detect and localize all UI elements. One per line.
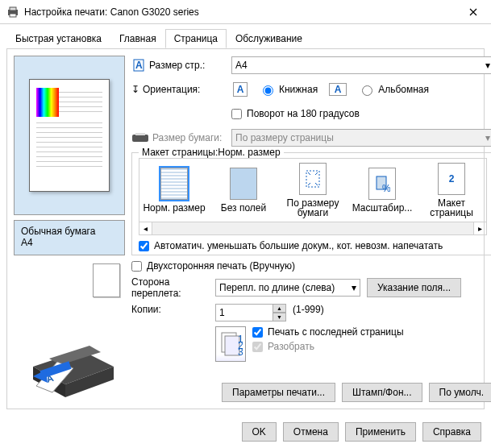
chevron-down-icon: ▾ bbox=[352, 282, 356, 293]
scroll-track[interactable] bbox=[152, 222, 473, 234]
print-options-button[interactable]: Параметры печати... bbox=[222, 383, 335, 402]
orientation-landscape-radio[interactable]: Альбомная bbox=[358, 83, 429, 96]
collate-checkbox: Разобрать bbox=[252, 341, 404, 352]
paper-size-label: A4 bbox=[21, 237, 118, 248]
svg-rect-2 bbox=[10, 14, 16, 17]
copies-spinner[interactable]: ▲▼ bbox=[215, 304, 286, 321]
svg-rect-1 bbox=[10, 7, 16, 10]
orientation-portrait-radio[interactable]: Книжная bbox=[259, 83, 318, 96]
cancel-button[interactable]: Отмена bbox=[283, 422, 339, 442]
tab-page-setup[interactable]: Страница bbox=[165, 29, 227, 48]
stamp-button[interactable]: Штамп/Фон... bbox=[342, 383, 422, 402]
apply-button[interactable]: Применить bbox=[345, 422, 416, 442]
layout-group: Макет страницы:Норм. размер Норм. размер… bbox=[131, 152, 491, 255]
binding-label: Сторона переплета: bbox=[131, 276, 209, 299]
chevron-down-icon: ▾ bbox=[485, 60, 490, 71]
orientation-label: ↧ Ориентация: bbox=[131, 84, 225, 95]
printer-icon bbox=[6, 6, 19, 19]
duplex-checkbox[interactable]: Двухсторонняя печать (Вручную) bbox=[131, 260, 491, 272]
layout-item-fit[interactable]: По размеру бумаги bbox=[278, 159, 347, 222]
printer-paper-label: Размер бумаги: bbox=[131, 132, 225, 143]
copies-range: (1-999) bbox=[293, 304, 324, 315]
tab-bar: Быстрая установка Главная Страница Обслу… bbox=[0, 24, 491, 49]
copies-up[interactable]: ▲ bbox=[273, 304, 286, 313]
orientation-icon: ↧ bbox=[131, 84, 139, 95]
landscape-icon: A bbox=[329, 83, 347, 96]
svg-rect-13 bbox=[135, 133, 145, 135]
scroll-right-button[interactable]: ▸ bbox=[473, 222, 486, 234]
copies-label: Копии: bbox=[131, 304, 209, 315]
svg-rect-12 bbox=[132, 135, 148, 142]
layout-group-title: Макет страницы:Норм. размер bbox=[139, 147, 284, 158]
printer-paper-select: По размеру страницы ▾ bbox=[231, 129, 491, 147]
tab-main[interactable]: Главная bbox=[110, 29, 165, 48]
svg-text:A: A bbox=[135, 60, 143, 71]
layout-item-scaled[interactable]: %Масштабир... bbox=[347, 159, 417, 222]
help-button[interactable]: Справка bbox=[422, 422, 481, 442]
layout-item-pagelayout[interactable]: 2Макет страницы bbox=[417, 159, 486, 222]
rotate-180-checkbox[interactable]: Поворот на 180 градусов bbox=[231, 108, 360, 119]
printer-illustration: A bbox=[14, 305, 125, 402]
scroll-left-button[interactable]: ◂ bbox=[139, 222, 152, 234]
copies-input[interactable] bbox=[215, 304, 273, 321]
dialog-button-row: OK Отмена Применить Справка bbox=[0, 416, 491, 448]
tab-quick-setup[interactable]: Быстрая установка bbox=[6, 29, 110, 48]
layout-item-borderless[interactable]: Без полей bbox=[209, 159, 278, 222]
sheet-preview bbox=[93, 263, 120, 297]
tab-maintenance[interactable]: Обслуживание bbox=[227, 29, 311, 48]
page-preview bbox=[14, 56, 125, 215]
margin-button[interactable]: Указание поля... bbox=[367, 278, 461, 297]
copies-down[interactable]: ▼ bbox=[273, 313, 286, 321]
ok-button[interactable]: OK bbox=[242, 422, 277, 442]
window-title: Настройка печати: Canon G3020 series bbox=[24, 6, 455, 18]
chevron-down-icon: ▾ bbox=[485, 132, 490, 143]
copies-icon: 123 bbox=[215, 326, 246, 362]
svg-text:3: 3 bbox=[238, 346, 243, 358]
titlebar: Настройка печати: Canon G3020 series bbox=[0, 0, 491, 24]
page-size-icon: A bbox=[131, 58, 146, 73]
page-size-select[interactable]: A4 ▾ bbox=[231, 56, 491, 74]
page-size-label: A Размер стр.: bbox=[131, 58, 225, 73]
defaults-button[interactable]: По умолч. bbox=[429, 383, 491, 402]
tab-panel-page: Обычная бумага A4 A A Размер стр.: bbox=[6, 48, 485, 409]
portrait-icon: A bbox=[233, 82, 248, 97]
auto-reduce-checkbox[interactable]: Автоматич. уменьшать большие докум., кот… bbox=[139, 240, 487, 251]
print-last-first-checkbox[interactable]: Печать с последней страницы bbox=[252, 326, 404, 338]
binding-select[interactable]: Перепл. по длине (слева)▾ bbox=[215, 279, 360, 297]
close-button[interactable] bbox=[455, 0, 491, 24]
svg-text:%: % bbox=[382, 183, 390, 193]
paper-type-label: Обычная бумага bbox=[21, 226, 118, 237]
layout-scrollbar[interactable]: ◂ ▸ bbox=[139, 222, 487, 235]
layout-strip: Норм. размер Без полей По размеру бумаги… bbox=[139, 158, 487, 222]
paper-caption: Обычная бумага A4 bbox=[14, 220, 125, 255]
printer-paper-icon bbox=[131, 132, 149, 143]
layout-item-normal[interactable]: Норм. размер bbox=[139, 159, 209, 222]
